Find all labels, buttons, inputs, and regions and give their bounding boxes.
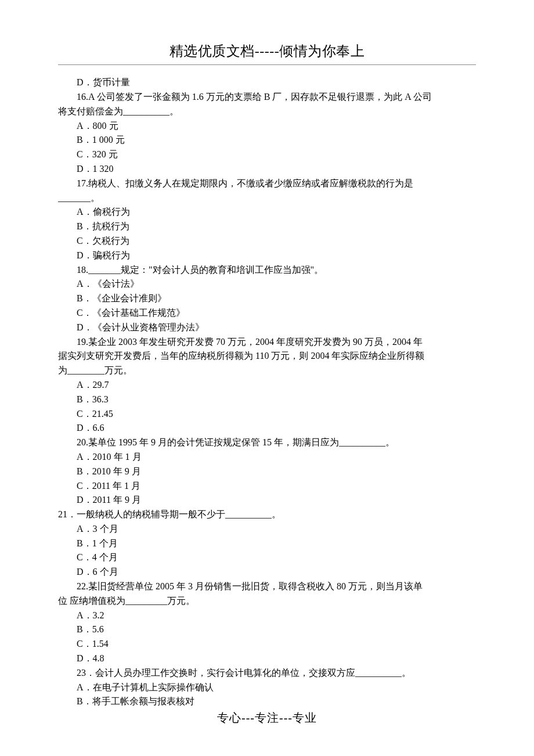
option-b: B．5.6 bbox=[58, 622, 476, 637]
option-a: A．《会计法》 bbox=[58, 277, 476, 291]
question-19-cont2: 为________万元。 bbox=[58, 363, 476, 378]
option-c: C．欠税行为 bbox=[58, 234, 476, 249]
option-a: A．3 个月 bbox=[58, 522, 476, 537]
option-b: B．36.3 bbox=[58, 393, 476, 407]
option-c: C．1.54 bbox=[58, 637, 476, 651]
option-b: B．《企业会计准则》 bbox=[58, 291, 476, 306]
option-a: A．在电子计算机上实际操作确认 bbox=[58, 681, 476, 695]
option-d: D．骗税行为 bbox=[58, 249, 476, 263]
option-b: B．1 个月 bbox=[58, 537, 476, 551]
page-header: 精选优质文档-----倾情为你奉上 bbox=[58, 41, 476, 62]
question-22: 22.某旧货经营单位 2005 年 3 月份销售一批旧货，取得含税收入 80 万… bbox=[58, 579, 476, 594]
option-c: C．《会计基础工作规范》 bbox=[58, 306, 476, 321]
option-a: A．800 元 bbox=[58, 119, 476, 134]
option-a: A．3.2 bbox=[58, 609, 476, 623]
option-d: D．1 320 bbox=[58, 162, 476, 177]
option-b: B．将手工帐余额与报表核对 bbox=[58, 694, 476, 709]
question-22-cont: 位 应纳增值税为_________万元。 bbox=[58, 594, 476, 609]
option-d: D．4.8 bbox=[58, 651, 476, 666]
option-c: C．21.45 bbox=[58, 407, 476, 422]
option-d: D．《会计从业资格管理办法》 bbox=[58, 321, 476, 335]
question-21: 21．一般纳税人的纳税辅导期一般不少于__________。 bbox=[58, 507, 476, 522]
option-b: B．2010 年 9 月 bbox=[58, 465, 476, 479]
question-19: 19.某企业 2003 年发生研究开发费 70 万元，2004 年度研究开发费为… bbox=[58, 335, 476, 350]
question-16: 16.A 公司签发了一张金额为 1.6 万元的支票给 B 厂，因存款不足银行退票… bbox=[58, 90, 476, 105]
document-body: D．货币计量 16.A 公司签发了一张金额为 1.6 万元的支票给 B 厂，因存… bbox=[58, 75, 476, 709]
question-17-cont: _______。 bbox=[58, 191, 476, 206]
question-19-cont1: 据实列支研究开发费后，当年的应纳税所得额为 110 万元，则 2004 年实际应… bbox=[58, 349, 476, 363]
option-a: A．29.7 bbox=[58, 378, 476, 393]
question-23: 23．会计人员办理工作交换时，实行会计电算化的单位，交接双方应_________… bbox=[58, 666, 476, 681]
question-18: 18._______规定："对会计人员的教育和培训工作应当加强"。 bbox=[58, 263, 476, 278]
option-b: B．1 000 元 bbox=[58, 133, 476, 147]
option-c: C．4 个月 bbox=[58, 550, 476, 565]
question-17: 17.纳税人、扣缴义务人在规定期限内，不缴或者少缴应纳或者应解缴税款的行为是 bbox=[58, 177, 476, 191]
option-d: D．2011 年 9 月 bbox=[58, 493, 476, 507]
option-a: A．偷税行为 bbox=[58, 205, 476, 219]
option-d: D．6.6 bbox=[58, 421, 476, 435]
header-divider bbox=[58, 64, 476, 65]
option-d: D．6 个月 bbox=[58, 565, 476, 579]
option-d: D．货币计量 bbox=[58, 75, 476, 90]
page-footer: 专心---专注---专业 bbox=[0, 709, 534, 727]
question-16-cont: 将支付赔偿金为__________。 bbox=[58, 105, 476, 119]
option-c: C．320 元 bbox=[58, 147, 476, 162]
option-c: C．2011 年 1 月 bbox=[58, 479, 476, 494]
question-20: 20.某单位 1995 年 9 月的会计凭证按规定保管 15 年，期满日应为__… bbox=[58, 435, 476, 450]
option-b: B．抗税行为 bbox=[58, 219, 476, 234]
option-a: A．2010 年 1 月 bbox=[58, 450, 476, 465]
